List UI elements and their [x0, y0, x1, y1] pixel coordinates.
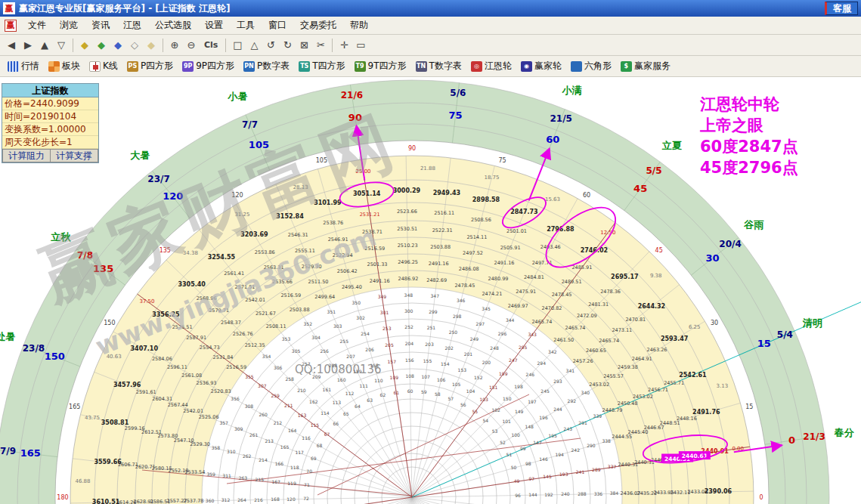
view-label-kline: K线 — [103, 60, 118, 73]
menu-item-6[interactable]: 设置 — [198, 17, 230, 33]
diamond-cream-button[interactable]: ◆ — [143, 37, 160, 54]
down-triangle-button[interactable]: ▽ — [53, 37, 70, 54]
svg-text:113: 113 — [333, 400, 342, 405]
svg-text:258: 258 — [285, 376, 294, 382]
svg-text:谷雨: 谷雨 — [743, 219, 764, 230]
svg-text:114: 114 — [321, 410, 330, 416]
view-t-square[interactable]: TST四方形 — [294, 60, 349, 73]
svg-text:250: 250 — [449, 329, 458, 335]
diamond-gray-button[interactable]: ◇ — [126, 37, 143, 54]
gann-wheel-chart[interactable]: 9495964950515253545556575859606162636465… — [0, 77, 861, 504]
svg-text:162: 162 — [309, 399, 318, 404]
svg-text:205: 205 — [385, 342, 394, 348]
svg-text:153: 153 — [458, 367, 467, 373]
prev-arrow-button[interactable]: ◀ — [3, 37, 20, 54]
svg-text:2508.56: 2508.56 — [471, 217, 491, 223]
svg-text:99: 99 — [520, 446, 526, 451]
customer-service-button[interactable]: 客服 — [825, 2, 858, 15]
svg-text:251: 251 — [427, 325, 436, 330]
menu-item-9[interactable]: 交易委托 — [293, 17, 343, 33]
info-price: 价格=2440.9099 — [2, 97, 98, 110]
svg-text:2486.08: 2486.08 — [459, 266, 479, 272]
svg-text:2521.67: 2521.67 — [256, 311, 276, 317]
view-9p-square[interactable]: 9P9P四方形 — [178, 60, 239, 73]
callout-tool-button[interactable]: ▭ — [352, 37, 369, 54]
menu-item-8[interactable]: 窗口 — [262, 17, 293, 33]
view-service[interactable]: $赢家服务 — [616, 60, 675, 73]
svg-text:2546.31: 2546.31 — [288, 232, 308, 238]
menu-item-5[interactable]: 公式选股 — [148, 17, 198, 33]
svg-text:9.38: 9.38 — [650, 273, 662, 279]
view-blocks[interactable]: 板块 — [44, 60, 85, 73]
triangle-tool-button[interactable]: △ — [246, 37, 262, 54]
svg-text:2475.91: 2475.91 — [516, 289, 536, 295]
app-logo-icon: 赢 — [3, 2, 15, 14]
toolbar-views: 行情板块K线PSP四方形9P9P四方形PNP数字表TST四方形T99T四方形TN… — [0, 56, 861, 77]
delete-tool-button[interactable]: ⊠ — [296, 37, 312, 54]
view-quotes[interactable]: 行情 — [3, 60, 44, 73]
svg-text:2496.25: 2496.25 — [398, 259, 418, 265]
winner-wheel-icon: ◉ — [521, 61, 532, 72]
blocks-icon — [48, 61, 60, 72]
svg-text:144: 144 — [528, 492, 537, 497]
svg-text:2459.38: 2459.38 — [618, 364, 638, 370]
svg-text:2474.21: 2474.21 — [482, 291, 502, 297]
menu-item-3[interactable]: 资讯 — [85, 17, 116, 33]
menu-item-4[interactable]: 江恩 — [116, 17, 148, 33]
view-p-table[interactable]: PNP数字表 — [239, 60, 294, 73]
svg-text:2501.01: 2501.01 — [506, 228, 527, 234]
svg-text:255: 255 — [340, 339, 349, 344]
svg-text:302: 302 — [356, 315, 365, 320]
view-winner-wheel[interactable]: ◉赢家轮 — [516, 60, 566, 73]
svg-text:2485.91: 2485.91 — [571, 264, 592, 271]
calc-resistance-button[interactable]: 计算阻力 — [2, 149, 50, 162]
svg-text:115: 115 — [311, 422, 320, 428]
diamond-blue-button[interactable]: ◆ — [110, 37, 126, 54]
svg-text:2596.11: 2596.11 — [167, 364, 187, 370]
next-arrow-button[interactable]: ▶ — [20, 37, 36, 54]
zoom-in-button[interactable]: ⊕ — [166, 37, 183, 54]
cls-button[interactable]: Cls — [200, 37, 222, 54]
svg-text:40.63: 40.63 — [107, 354, 122, 360]
svg-text:2457.26: 2457.26 — [573, 358, 593, 364]
svg-text:348: 348 — [404, 292, 413, 298]
svg-text:2464.91: 2464.91 — [632, 356, 652, 362]
diamond-green-button[interactable]: ◆ — [93, 37, 110, 54]
svg-text:200: 200 — [482, 360, 491, 365]
svg-text:260: 260 — [259, 412, 268, 417]
svg-text:100: 100 — [511, 432, 520, 438]
svg-text:2482.69: 2482.69 — [426, 277, 447, 283]
svg-text:34.38: 34.38 — [183, 250, 198, 256]
svg-text:2512.35: 2512.35 — [245, 342, 265, 348]
calc-support-button[interactable]: 计算支撑 — [50, 149, 98, 162]
toolbar-separator — [163, 39, 163, 52]
svg-text:2555.11: 2555.11 — [295, 248, 315, 254]
svg-text:2505.91: 2505.91 — [500, 245, 521, 251]
view-kline[interactable]: K线 — [85, 60, 122, 73]
menu-item-1[interactable]: 文件 — [21, 17, 53, 33]
svg-text:293: 293 — [553, 379, 562, 384]
view-gann-wheel[interactable]: ◎江恩轮 — [466, 60, 516, 73]
svg-text:2503.88: 2503.88 — [430, 244, 451, 250]
rotate-left-tool-button[interactable]: ↺ — [262, 37, 279, 54]
zoom-out-button[interactable]: ⊖ — [183, 37, 200, 54]
svg-text:310: 310 — [227, 449, 236, 454]
diamond-yellow-button[interactable]: ◆ — [76, 37, 93, 54]
svg-text:264: 264 — [237, 497, 246, 502]
move-tool-button[interactable]: ✛ — [336, 37, 352, 54]
rect-tool-button[interactable]: □ — [229, 37, 246, 54]
svg-text:3203.69: 3203.69 — [240, 231, 268, 238]
up-triangle-button[interactable]: ▲ — [36, 37, 53, 54]
svg-text:338: 338 — [602, 438, 611, 444]
menu-item-2[interactable]: 浏览 — [53, 17, 85, 33]
view-9t-square[interactable]: T99T四方形 — [350, 60, 411, 73]
menu-item-7[interactable]: 工具 — [230, 17, 262, 33]
view-t-table[interactable]: TNT数字表 — [411, 60, 466, 73]
svg-text:240: 240 — [561, 491, 570, 496]
view-hexagon[interactable]: 六角形 — [566, 60, 616, 73]
view-p-square[interactable]: PSP四方形 — [122, 60, 178, 73]
cut-tool-button[interactable]: ✂ — [312, 37, 329, 54]
rotate-right-tool-button[interactable]: ↻ — [279, 37, 296, 54]
menu-item-10[interactable]: 帮助 — [343, 17, 375, 33]
app-logo-small-icon: 赢 — [5, 20, 17, 32]
